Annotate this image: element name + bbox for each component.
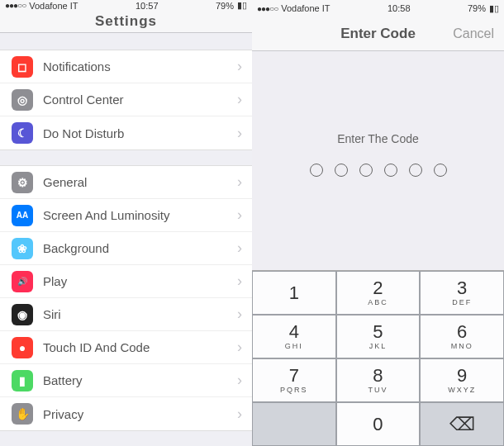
passcode-prompt: Enter The Code [337, 132, 419, 145]
nav-bar: Settings [0, 11, 252, 33]
settings-row-notifications[interactable]: ◻Notifications› [0, 50, 252, 83]
chevron-right-icon: › [237, 240, 242, 257]
key-letters: MNO [451, 342, 473, 350]
carrier-label: Vodafone IT [281, 3, 330, 13]
row-label: Notifications [43, 59, 237, 74]
chevron-right-icon: › [237, 372, 242, 389]
code-dot [359, 164, 373, 177]
key-letters: ABC [368, 298, 388, 306]
keypad-key-8[interactable]: 8TUV [336, 358, 421, 402]
code-dot [409, 164, 422, 177]
keypad-key-6[interactable]: 6MNO [420, 315, 504, 358]
row-label: Background [43, 241, 237, 255]
backspace-key[interactable]: ⌫ [420, 402, 504, 446]
code-dot [310, 164, 323, 177]
chevron-right-icon: › [237, 306, 242, 323]
row-label: General [43, 175, 237, 189]
row-icon: ◎ [12, 89, 33, 111]
row-icon: ✋ [12, 403, 33, 425]
code-dot [335, 164, 348, 177]
chevron-right-icon: › [237, 206, 242, 224]
chevron-right-icon: › [237, 173, 242, 191]
signal-icon: ●●●○○ [257, 4, 278, 13]
keypad-key-5[interactable]: 5JKL [336, 315, 421, 358]
key-number: 8 [373, 367, 383, 385]
signal-icon: ●●●○○ [5, 1, 26, 10]
settings-row-do-not-disturb[interactable]: ☾Do Not Disturb› [0, 116, 252, 149]
row-icon: ● [12, 337, 33, 358]
settings-row-battery[interactable]: ▮Battery› [0, 364, 252, 397]
settings-section-2: ⚙General›AAScreen And Luminosity›❀Backgr… [0, 165, 252, 431]
carrier-label: Vodafone IT [29, 1, 78, 11]
backspace-icon: ⌫ [449, 414, 475, 435]
row-icon: 🔊 [12, 271, 33, 292]
row-icon: ◉ [12, 304, 33, 325]
cancel-button[interactable]: Cancel [453, 26, 494, 41]
chevron-right-icon: › [237, 273, 242, 290]
row-icon: ▮ [12, 370, 33, 391]
battery-percent: 79% [216, 1, 234, 11]
keypad-key-3[interactable]: 3DEF [420, 271, 504, 315]
settings-row-background[interactable]: ❀Background› [0, 232, 252, 265]
key-letters: TUV [368, 386, 388, 394]
status-bar: ●●●○○ Vodafone IT 10:58 79% ▮▯ [252, 0, 504, 17]
settings-row-touch-id-and-code[interactable]: ●Touch ID And Code› [0, 331, 252, 364]
page-title: Settings [95, 13, 157, 30]
key-letters: JKL [369, 342, 388, 350]
row-label: Do Not Disturb [43, 126, 237, 140]
chevron-right-icon: › [237, 339, 242, 356]
status-bar: ●●●○○ Vodafone IT 10:57 79% ▮▯ [0, 0, 252, 11]
row-icon: ❀ [12, 238, 33, 259]
key-number: 5 [373, 323, 383, 341]
keypad-key-9[interactable]: 9WXYZ [420, 358, 504, 402]
chevron-right-icon: › [237, 58, 242, 75]
key-number: 0 [373, 415, 383, 434]
row-icon: ⚙ [12, 172, 33, 193]
key-number: 3 [457, 279, 467, 297]
keypad-key-4[interactable]: 4GHI [252, 315, 336, 358]
key-number: 6 [457, 323, 467, 341]
settings-row-privacy[interactable]: ✋Privacy› [0, 397, 252, 430]
key-letters: DEF [452, 298, 472, 306]
key-number: 1 [289, 284, 299, 302]
passcode-dots [310, 164, 447, 177]
settings-row-general[interactable]: ⚙General› [0, 166, 252, 199]
key-number: 7 [289, 367, 299, 385]
clock: 10:58 [388, 3, 411, 13]
number-keypad: 12ABC3DEF4GHI5JKL6MNO7PQRS8TUV9WXYZ0⌫ [252, 270, 504, 446]
settings-screen: ●●●○○ Vodafone IT 10:57 79% ▮▯ Settings … [0, 0, 252, 446]
code-dot [384, 164, 397, 177]
row-label: Screen And Luminosity [43, 208, 237, 222]
chevron-right-icon: › [237, 91, 242, 108]
row-label: Play [43, 274, 237, 288]
row-label: Touch ID And Code [43, 340, 237, 354]
row-label: Control Center [43, 93, 237, 107]
row-label: Siri [43, 307, 237, 321]
keypad-key-1[interactable]: 1 [252, 271, 336, 315]
row-label: Battery [43, 373, 237, 387]
settings-row-control-center[interactable]: ◎Control Center› [0, 83, 252, 116]
settings-row-screen-and-luminosity[interactable]: AAScreen And Luminosity› [0, 199, 252, 232]
row-icon: ◻ [12, 56, 33, 78]
row-icon: AA [12, 205, 33, 226]
key-number: 9 [457, 367, 467, 385]
row-icon: ☾ [12, 122, 33, 144]
passcode-screen: ●●●○○ Vodafone IT 10:58 79% ▮▯ Enter Cod… [252, 0, 504, 446]
nav-bar: Enter Code Cancel [252, 17, 504, 51]
keypad-key-7[interactable]: 7PQRS [252, 358, 336, 402]
clock: 10:57 [136, 1, 159, 11]
key-letters: WXYZ [448, 386, 476, 394]
battery-percent: 79% [468, 3, 486, 13]
keypad-key-0[interactable]: 0 [336, 402, 421, 446]
key-letters: GHI [285, 342, 303, 350]
keypad-key-2[interactable]: 2ABC [336, 271, 421, 315]
key-number: 4 [289, 323, 299, 341]
key-letters: PQRS [280, 386, 308, 394]
passcode-entry: Enter The Code [252, 51, 504, 258]
key-number: 2 [373, 279, 383, 297]
chevron-right-icon: › [237, 125, 242, 142]
settings-row-siri[interactable]: ◉Siri› [0, 298, 252, 331]
settings-section-1: ◻Notifications›◎Control Center›☾Do Not D… [0, 50, 252, 150]
battery-icon: ▮▯ [489, 3, 499, 14]
settings-row-play[interactable]: 🔊Play› [0, 265, 252, 298]
